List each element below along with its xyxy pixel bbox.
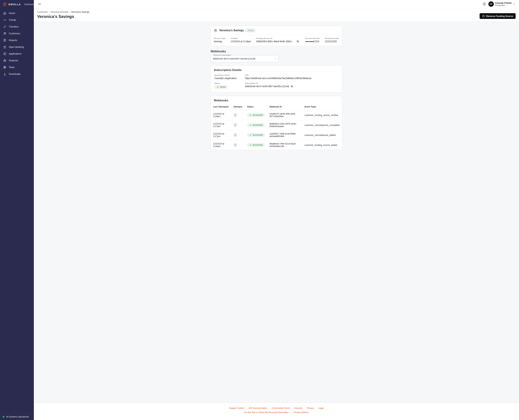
nav-home[interactable]: Home	[0, 10, 34, 16]
funding-source-name: Veronica's Savings	[219, 29, 244, 32]
footer-link[interactable]: Support Center	[229, 407, 244, 409]
collapse-sidebar-button[interactable]	[37, 2, 42, 7]
status-chip: Successful	[247, 143, 265, 147]
brand-name: DWOLLA	[8, 3, 21, 6]
account-number-value: ●●●●●●2319	[305, 40, 320, 43]
team-icon	[3, 66, 7, 69]
col-event-topic: Event Topic	[302, 104, 342, 110]
cell-status: Successful	[245, 130, 267, 140]
user-menu[interactable]: CF Cassidy Finholt Production	[488, 1, 516, 7]
footer-link[interactable]: Privacy	[307, 407, 314, 409]
status-chip: Successful	[247, 113, 265, 117]
status-chip: Successful	[247, 133, 265, 137]
chevron-down-icon	[513, 3, 516, 5]
table-row[interactable]: 12/23/24 at 3:19pm1Successfule3ad5107-db…	[211, 110, 342, 120]
col-webhook-id: Webhook ID	[267, 104, 302, 110]
star-icon	[3, 59, 7, 62]
fsid-value: 936b2093-d561-4bed-9e0b-1bfe22a2b7…	[256, 40, 295, 43]
cell-webhook-id: a1d55817-06f9-4c3d-8566-a634a8855460	[267, 130, 302, 140]
nav-trends[interactable]: Trends	[0, 16, 34, 23]
footer-link[interactable]: Legal	[318, 407, 324, 409]
crumb-customer[interactable]: Veronica Kennedy	[50, 11, 68, 13]
nav-features[interactable]: Features	[0, 57, 34, 64]
svg-point-2	[5, 32, 6, 33]
nav-label: Downloads	[9, 73, 21, 75]
nav-label: Features	[9, 59, 18, 62]
crumb-current: Veronica's Savings	[71, 11, 90, 13]
cell-webhook-id: 66a8bee2-76fe-4214-9a19-e634dd4bc10b	[267, 140, 302, 150]
page-title: Veronica's Savings	[37, 14, 90, 19]
webhooks-table-card: Webhooks Last Attempted Attempts Status …	[211, 96, 342, 150]
copy-fsid-button[interactable]	[296, 40, 299, 43]
cell-event-topic: customer_microdeposits_added	[302, 130, 342, 140]
nav-label: Trends	[9, 19, 16, 21]
crumb-customers[interactable]: Customers	[37, 11, 48, 13]
table-row[interactable]: 12/23/24 at 3:17pm1Successfula1d55817-06…	[211, 130, 342, 140]
remove-label: Remove Funding Source	[486, 15, 513, 17]
status-value: Active	[220, 86, 226, 88]
nav-open-banking[interactable]: Open Banking	[0, 44, 34, 50]
remove-funding-source-button[interactable]: Remove Funding Source	[480, 13, 516, 19]
cell-event-topic: customer_microdeposits_completed	[302, 120, 342, 130]
col-last-attempted: Last Attempted	[211, 104, 231, 110]
status-chip: Active	[215, 85, 228, 89]
nav-applications[interactable]: Applications	[0, 50, 34, 57]
svg-marker-9	[4, 59, 6, 62]
cell-attempts: 1	[231, 110, 245, 120]
nav-team[interactable]: Team	[0, 64, 34, 71]
system-status[interactable]: All Systems Operational	[0, 413, 34, 420]
webhook-subscription-select[interactable]: 35603c44-4b74-4240-8f37-0ec55c122c46	[211, 55, 278, 62]
table-row[interactable]: 12/23/24 at 3:17pm1Successful6b6b83c4-20…	[211, 120, 342, 130]
cell-status: Successful	[245, 110, 267, 120]
webhook-select-label: Webhook Subscription	[213, 54, 232, 56]
app-name-label: Application Name	[215, 74, 241, 76]
bank-icon	[214, 29, 217, 32]
nav-label: Applications	[9, 52, 22, 55]
status-chip: Successful	[247, 123, 265, 127]
nav-label: Transfers	[9, 25, 19, 28]
help-icon[interactable]	[483, 2, 486, 6]
url-label: URL	[245, 74, 338, 76]
home-icon	[3, 11, 7, 15]
nav-downloads[interactable]: Downloads	[0, 71, 34, 77]
breadcrumb: Customers / Veronica Kennedy / Veronica'…	[37, 11, 90, 13]
routing-number-label: Routing Number	[325, 37, 339, 39]
cell-webhook-id: 6b6b83c4-20ec-4975-a52b-5b9b361badec	[267, 120, 302, 130]
svg-point-1	[4, 33, 5, 33]
funding-source-card: Veronica's Savings Verified Account Type…	[211, 26, 342, 46]
customers-icon	[3, 32, 7, 35]
download-icon	[3, 72, 7, 76]
brand[interactable]: DWOLLA Dashboard	[0, 0, 34, 9]
verified-badge: Verified	[246, 29, 255, 32]
crumb-sep: /	[49, 11, 50, 13]
url-value: https://webhook-test.com/d4b624a7fac3d6d…	[245, 77, 338, 80]
transfers-icon	[3, 25, 7, 28]
col-attempts: Attempts	[231, 104, 245, 110]
avatar: CF	[488, 1, 494, 7]
nav-transfers[interactable]: Transfers	[0, 23, 34, 30]
brand-sublabel: Dashboard	[24, 3, 34, 6]
nav-label: Customers	[9, 32, 20, 35]
bank-icon	[3, 45, 7, 49]
footer-link[interactable]: Security	[294, 407, 302, 409]
copy-subid-button[interactable]	[290, 85, 293, 88]
footer-link[interactable]: API Documentation	[248, 407, 267, 409]
table-row[interactable]: 12/23/24 at 3:16pm1Successful66a8bee2-76…	[211, 140, 342, 150]
footer-link[interactable]: Community Forum	[272, 407, 290, 409]
account-number-label: Account Number	[305, 37, 320, 39]
nav-reports[interactable]: Reports	[0, 37, 34, 44]
nav-customers[interactable]: Customers	[0, 30, 34, 37]
footer-link[interactable]: Do Not Sell or Share My Personal Informa…	[244, 411, 289, 413]
nav: Home Trends Transfers Customers Reports …	[0, 9, 34, 77]
footer-link[interactable]: Privacy Options	[293, 411, 309, 413]
cell-last: 12/23/24 at 3:16pm	[211, 140, 231, 150]
applications-icon	[3, 52, 7, 55]
webhook-subscription-select-wrap: Webhook Subscription 35603c44-4b74-4240-…	[211, 55, 342, 62]
trends-icon	[3, 18, 7, 22]
sub-id-value: 35603c44-4b74-4240-8f37-0ec55c122c46	[245, 85, 289, 88]
nav-label: Home	[9, 12, 15, 15]
routing-number-value: 222222226	[325, 40, 339, 43]
reports-icon	[3, 38, 7, 42]
created-label: Created	[231, 37, 251, 39]
webhooks-table: Last Attempted Attempts Status Webhook I…	[211, 104, 342, 150]
